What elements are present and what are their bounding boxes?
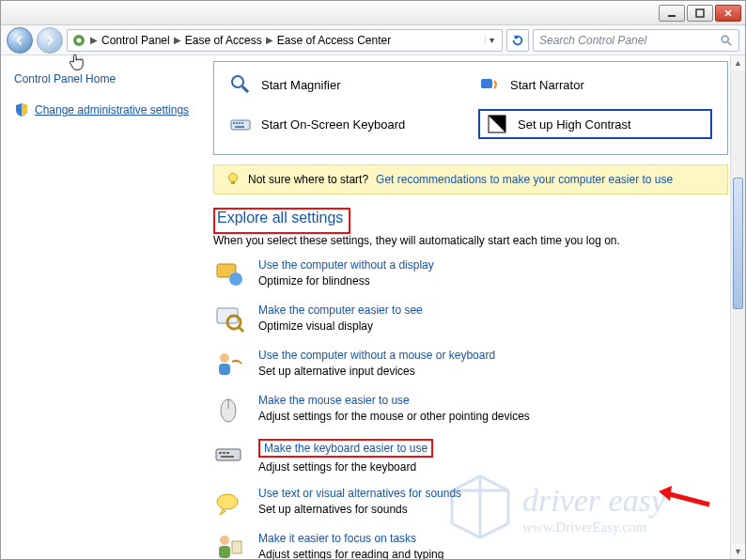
start-osk[interactable]: Start On-Screen Keyboard xyxy=(229,109,463,139)
breadcrumb-seg-2[interactable]: Ease of Access Center xyxy=(277,34,391,47)
keyboard-small-icon xyxy=(213,439,245,471)
main-content: Start Magnifier Start Narrator Start On-… xyxy=(213,55,745,559)
breadcrumb-seg-1[interactable]: Ease of Access xyxy=(185,34,262,47)
list-item: Use the computer without a mouse or keyb… xyxy=(213,349,736,381)
svg-point-17 xyxy=(229,272,242,286)
svg-point-29 xyxy=(217,494,238,509)
list-item: Make it easier to focus on tasksAdjust s… xyxy=(213,532,736,560)
item-desc: Adjust settings for the keyboard xyxy=(258,460,433,474)
search-input[interactable]: Search Control Panel xyxy=(533,29,739,52)
svg-rect-7 xyxy=(231,120,250,130)
easier-see-icon xyxy=(213,303,245,335)
item-desc: Set up alternatives for sounds xyxy=(258,503,461,516)
svg-rect-25 xyxy=(219,452,222,454)
list-item: Make the computer easier to seeOptimize … xyxy=(213,303,736,335)
item-link[interactable]: Use the computer without a display xyxy=(258,258,434,272)
keyboard-icon xyxy=(229,113,252,135)
setup-high-contrast[interactable]: Set up High Contrast xyxy=(478,109,712,139)
breadcrumb-seg-0[interactable]: Control Panel xyxy=(101,34,170,47)
svg-rect-21 xyxy=(219,364,230,375)
chevron-right-icon: ▶ xyxy=(172,35,183,45)
window-titlebar xyxy=(1,1,745,25)
annotation-arrow-icon xyxy=(655,484,711,515)
item-link[interactable]: Make the computer easier to see xyxy=(258,303,423,317)
vertical-scrollbar[interactable]: ▲ ▼ xyxy=(730,55,745,559)
item-link[interactable]: Make the mouse easier to use xyxy=(258,394,530,407)
ql-label: Start On-Screen Keyboard xyxy=(261,117,405,132)
highlight-box-explore: Explore all settings xyxy=(213,208,350,234)
svg-rect-11 xyxy=(241,122,243,124)
close-button[interactable] xyxy=(715,5,741,22)
breadcrumb[interactable]: ▶ Control Panel ▶ Ease of Access ▶ Ease … xyxy=(67,29,503,52)
no-mouse-keyboard-icon xyxy=(213,349,245,381)
cursor-hand-icon xyxy=(67,52,87,75)
change-admin-settings-link[interactable]: Change administrative settings xyxy=(35,103,189,117)
high-contrast-icon xyxy=(486,113,508,135)
item-link[interactable]: Make it easier to focus on tasks xyxy=(258,532,443,545)
start-narrator[interactable]: Start Narrator xyxy=(478,73,712,96)
hint-link[interactable]: Get recommendations to make your compute… xyxy=(376,173,673,186)
mouse-icon xyxy=(213,394,245,426)
svg-rect-1 xyxy=(696,9,704,17)
svg-rect-9 xyxy=(236,122,238,124)
sidebar: Control Panel Home Change administrative… xyxy=(1,55,213,559)
svg-rect-28 xyxy=(221,456,234,458)
focus-tasks-icon xyxy=(213,532,245,560)
nav-forward-button[interactable] xyxy=(37,27,63,54)
svg-point-4 xyxy=(722,36,728,42)
minimize-button[interactable] xyxy=(659,5,685,22)
narrator-icon xyxy=(478,73,501,96)
item-link[interactable]: Use text or visual alternatives for soun… xyxy=(258,487,461,500)
ql-label: Set up High Contrast xyxy=(518,117,631,132)
item-link[interactable]: Use the computer without a mouse or keyb… xyxy=(258,349,495,362)
scroll-down-arrow-icon[interactable]: ▼ xyxy=(731,544,745,559)
svg-point-20 xyxy=(220,353,229,363)
chevron-right-icon: ▶ xyxy=(88,35,100,45)
svg-rect-27 xyxy=(226,452,229,454)
maximize-button[interactable] xyxy=(687,5,713,22)
start-magnifier[interactable]: Start Magnifier xyxy=(229,73,463,96)
quick-access-panel: Start Magnifier Start Narrator Start On-… xyxy=(213,61,728,155)
section-title: Explore all settings xyxy=(217,210,343,226)
display-off-icon xyxy=(213,258,245,290)
svg-rect-8 xyxy=(233,122,235,124)
search-icon xyxy=(720,34,733,47)
ql-label: Start Narrator xyxy=(510,78,584,92)
svg-rect-24 xyxy=(216,449,241,460)
ql-label: Start Magnifier xyxy=(261,78,341,92)
control-panel-home-link[interactable]: Control Panel Home xyxy=(14,72,200,86)
scroll-thumb[interactable] xyxy=(733,178,743,309)
svg-rect-12 xyxy=(235,126,244,128)
svg-rect-10 xyxy=(239,122,241,124)
item-link-keyboard[interactable]: Make the keyboard easier to use xyxy=(258,439,433,458)
svg-point-5 xyxy=(232,76,243,87)
svg-rect-32 xyxy=(232,541,241,553)
control-panel-icon xyxy=(71,33,86,48)
section-subtitle: When you select these settings, they wil… xyxy=(213,234,736,247)
item-desc: Optimize for blindness xyxy=(258,274,434,288)
search-placeholder: Search Control Panel xyxy=(539,34,720,47)
refresh-button[interactable] xyxy=(506,29,529,52)
list-item: Use the computer without a displayOptimi… xyxy=(213,258,736,290)
svg-rect-26 xyxy=(223,452,225,454)
svg-point-30 xyxy=(220,536,229,545)
lightbulb-icon xyxy=(225,172,241,187)
svg-point-14 xyxy=(229,174,238,182)
scroll-up-arrow-icon[interactable]: ▲ xyxy=(731,55,745,70)
svg-rect-15 xyxy=(231,181,235,184)
sound-alt-icon xyxy=(213,487,245,519)
breadcrumb-dropdown[interactable]: ▾ xyxy=(485,35,498,45)
list-item: Make the mouse easier to useAdjust setti… xyxy=(213,394,736,426)
item-desc: Adjust settings for reading and typing xyxy=(258,548,443,560)
hint-bar: Not sure where to start? Get recommendat… xyxy=(213,164,728,194)
svg-rect-0 xyxy=(668,15,676,17)
item-desc: Optimize visual display xyxy=(258,319,423,333)
item-desc: Set up alternative input devices xyxy=(258,365,495,378)
magnifier-icon xyxy=(229,73,252,96)
list-item: Make the keyboard easier to useAdjust se… xyxy=(213,439,736,474)
chevron-right-icon: ▶ xyxy=(264,35,275,45)
svg-rect-31 xyxy=(219,546,230,558)
shield-icon xyxy=(14,102,29,117)
svg-rect-6 xyxy=(481,79,492,88)
nav-back-button[interactable] xyxy=(7,27,33,54)
